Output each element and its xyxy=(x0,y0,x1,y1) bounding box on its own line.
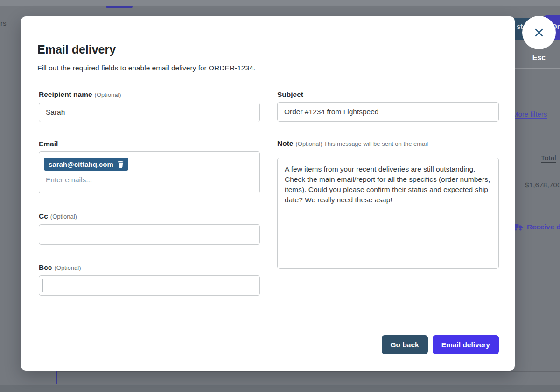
background-dashed-divider xyxy=(515,206,560,206)
close-icon xyxy=(532,26,546,39)
optional-tag: (Optional) xyxy=(50,213,77,220)
optional-tag: (Optional) xyxy=(54,264,81,271)
total-value-cell: $1,678,700 xyxy=(525,181,560,189)
selected-row-indicator xyxy=(56,371,57,384)
sidebar-item-orders-fragment[interactable]: rs xyxy=(0,19,7,27)
receive-delivery-label: Receive de xyxy=(527,223,560,231)
text-caret xyxy=(42,279,43,292)
total-column-header[interactable]: Total xyxy=(541,154,556,162)
close-button[interactable] xyxy=(522,16,556,49)
recipient-name-input[interactable] xyxy=(39,103,260,122)
form-column-right: Subject Note(Optional) This message will… xyxy=(277,90,499,271)
background-divider xyxy=(515,90,560,90)
email-input-placeholder[interactable]: Enter emails... xyxy=(46,176,255,184)
active-tab-indicator xyxy=(106,6,133,8)
truck-icon xyxy=(513,223,523,231)
recipient-name-label: Recipient name(Optional) xyxy=(39,90,260,99)
close-control: Esc xyxy=(522,16,556,62)
subject-input[interactable] xyxy=(277,102,499,122)
cc-input[interactable] xyxy=(39,224,260,245)
optional-tag: (Optional) xyxy=(95,91,121,98)
email-label: Email xyxy=(39,140,260,148)
email-chip-label: sarah@cittahq.com xyxy=(49,160,113,168)
email-tags-field[interactable]: sarah@cittahq.com Enter emails... xyxy=(39,151,260,193)
go-back-button[interactable]: Go back xyxy=(382,335,428,354)
email-delivery-modal: Email delivery Fill out the required fie… xyxy=(21,16,515,371)
bcc-input[interactable] xyxy=(39,275,260,296)
modal-subtitle: Fill out the required fields to enable e… xyxy=(37,64,255,72)
form-column-left: Recipient name(Optional) Email sarah@cit… xyxy=(39,90,260,296)
background-divider xyxy=(515,68,560,69)
bcc-label: Bcc(Optional) xyxy=(39,263,260,272)
background-divider xyxy=(515,170,560,170)
note-label: Note(Optional) This message will be sent… xyxy=(277,139,499,148)
background-footer-band xyxy=(0,385,560,392)
app-topbar xyxy=(0,0,560,6)
email-delivery-button[interactable]: Email delivery xyxy=(433,335,499,354)
trash-icon[interactable] xyxy=(118,161,124,168)
receive-delivery-link[interactable]: Receive de xyxy=(513,223,560,231)
subject-label: Subject xyxy=(277,90,499,99)
note-hint: (Optional) This message will be sent on … xyxy=(295,140,428,147)
screen: rs sto Or More filters Total $1,678,700 … xyxy=(0,0,560,392)
cc-label: Cc(Optional) xyxy=(39,212,260,221)
email-chip[interactable]: sarah@cittahq.com xyxy=(44,158,128,171)
note-textarea[interactable]: A few items from your recent deliveries … xyxy=(277,158,499,269)
modal-title: Email delivery xyxy=(37,43,116,56)
esc-hint-label: Esc xyxy=(522,54,556,62)
background-row-divider xyxy=(56,371,560,372)
more-filters-link[interactable]: More filters xyxy=(512,110,547,118)
modal-footer: Go back Email delivery xyxy=(382,335,499,354)
